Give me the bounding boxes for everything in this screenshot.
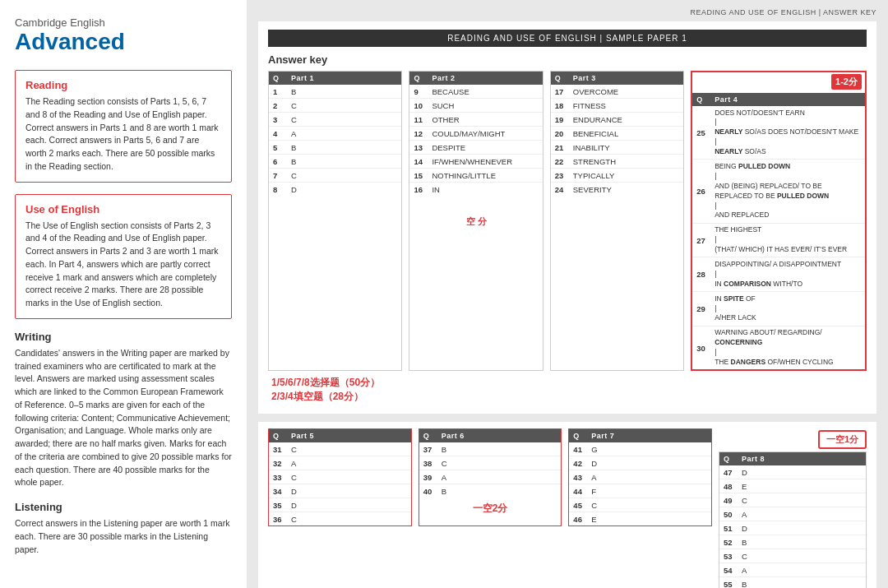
table-row: 27THE HIGHEST | (THAT/ WHICH) IT HAS EVE… bbox=[692, 223, 865, 257]
part1-table-wrap: Q Part 1 1B2C3C4A5B6B7C8D bbox=[268, 71, 402, 371]
reading-title: Reading bbox=[25, 79, 221, 91]
use-of-english-text: The Use of English section consists of P… bbox=[25, 220, 221, 310]
part2-q-header: Q bbox=[409, 72, 428, 85]
bottom-tables-row: Q Part 5 31C32A33C34D35D36C Q Part bbox=[268, 428, 867, 588]
part4-table-wrap: 1-2分 Q Part 4 25DOES NOT/DOESN'T EARN | … bbox=[691, 71, 867, 371]
table-row: 25DOES NOT/DOESN'T EARN | NEARLY SO/AS D… bbox=[692, 106, 865, 160]
table-row: 4A bbox=[269, 127, 401, 141]
part8-table-wrap: Q Part 8 47D48E49C50A51D52B53C54A55B56E bbox=[719, 451, 867, 588]
table-row: 19ENDURANCE bbox=[551, 113, 683, 127]
table-row: 36C bbox=[269, 512, 411, 526]
part4-badge: 1-2分 bbox=[831, 74, 862, 90]
part1-table: Q Part 1 1B2C3C4A5B6B7C8D bbox=[269, 72, 401, 196]
table-row: 26BEING PULLED DOWN | AND (BEING) REPLAC… bbox=[692, 160, 865, 223]
part2-header: Part 2 bbox=[428, 72, 542, 85]
part8-header: Part 8 bbox=[738, 452, 866, 465]
table-row: 31C bbox=[269, 442, 411, 456]
table-row: 44F bbox=[569, 484, 711, 498]
part7-q-header: Q bbox=[569, 429, 587, 442]
part4-header: Part 4 bbox=[710, 93, 865, 106]
answer-key-banner: READING AND USE OF ENGLISH | SAMPLE PAPE… bbox=[268, 30, 867, 47]
table-row: 47D bbox=[719, 465, 866, 479]
listening-title: Listening bbox=[15, 501, 232, 513]
table-row: 3C bbox=[269, 113, 401, 127]
listening-text: Correct answers in the Listening paper a… bbox=[15, 517, 232, 556]
reading-section: Reading The Reading section consists of … bbox=[15, 70, 232, 183]
top-tables-row: Q Part 1 1B2C3C4A5B6B7C8D Q Part 2 bbox=[268, 71, 867, 371]
table-row: 8D bbox=[269, 183, 401, 197]
part7-table-wrap: Q Part 7 41G42D43A44F45C46E bbox=[568, 428, 712, 526]
table-row: 12COULD/MAY/MIGHT bbox=[409, 127, 542, 141]
use-of-english-section: Use of English The Use of English sectio… bbox=[15, 194, 232, 319]
table-row: 42D bbox=[569, 456, 711, 470]
table-row: 40B bbox=[419, 484, 562, 498]
table-row: 50A bbox=[719, 507, 866, 521]
table-row: 39A bbox=[419, 470, 562, 484]
table-row: 18FITNESS bbox=[551, 99, 683, 113]
table-row: 2C bbox=[269, 99, 401, 113]
part5-q-header: Q bbox=[269, 429, 287, 442]
table-row: 21INABILITY bbox=[551, 141, 683, 155]
annot-line1: 1/5/6/7/8选择题（50分） bbox=[271, 376, 867, 390]
table-row: 13DESPITE bbox=[409, 141, 542, 155]
yikong2fen-label: 一空2分 bbox=[419, 502, 562, 516]
writing-title: Writing bbox=[15, 331, 232, 343]
main-area: READING AND USE OF ENGLISH | ANSWER KEY … bbox=[247, 0, 888, 588]
part6-table: Q Part 6 37B38C39A40B bbox=[419, 429, 562, 498]
part3-table-wrap: Q Part 3 17OVERCOME18FITNESS19ENDURANCE2… bbox=[550, 71, 684, 371]
brand-advanced: Advanced bbox=[15, 29, 232, 55]
part2-table: Q Part 2 9BECAUSE10SUCH11OTHER12COULD/MA… bbox=[409, 72, 542, 196]
table-row: 52B bbox=[719, 535, 866, 549]
table-row: 11OTHER bbox=[409, 113, 542, 127]
table-row: 29IN SPITE OF | A/HER LACK bbox=[692, 292, 865, 326]
table-row: 10SUCH bbox=[409, 99, 542, 113]
table-row: 46E bbox=[569, 512, 711, 526]
writing-text: Candidates' answers in the Writing paper… bbox=[15, 347, 232, 489]
part8-table-wrap-outer: 一空1分 Q Part 8 47D48E49C50A51D52B53C54A55… bbox=[719, 428, 867, 588]
table-row: 51D bbox=[719, 521, 866, 535]
table-row: 6B bbox=[269, 155, 401, 169]
table-row: 53C bbox=[719, 549, 866, 563]
part6-header: Part 6 bbox=[437, 429, 562, 442]
table-row: 24SEVERITY bbox=[551, 183, 683, 197]
kongfen-label: 空 分 bbox=[463, 214, 490, 228]
sidebar: Cambridge English Advanced Reading The R… bbox=[0, 0, 247, 588]
brand-cambridge: Cambridge English bbox=[15, 16, 232, 29]
table-row: 30WARNING ABOUT/ REGARDING/ CONCERNING |… bbox=[692, 326, 865, 369]
table-row: 5B bbox=[269, 141, 401, 155]
part5-table: Q Part 5 31C32A33C34D35D36C bbox=[269, 429, 411, 525]
listening-section: Listening Correct answers in the Listeni… bbox=[15, 501, 232, 556]
annot-line2: 2/3/4填空题（28分） bbox=[271, 390, 867, 404]
bottom-left-wrap: Q Part 5 31C32A33C34D35D36C Q Part bbox=[268, 428, 712, 526]
part3-table: Q Part 3 17OVERCOME18FITNESS19ENDURANCE2… bbox=[551, 72, 683, 196]
table-row: 49C bbox=[719, 493, 866, 507]
table-row: 9BECAUSE bbox=[409, 85, 542, 99]
table-row: 43A bbox=[569, 470, 711, 484]
part3-header: Part 3 bbox=[569, 72, 683, 85]
table-row: 54A bbox=[719, 563, 866, 577]
part6-table-wrap: Q Part 6 37B38C39A40B 一空2分 bbox=[419, 428, 562, 526]
annotation-area: 1/5/6/7/8选择题（50分） 2/3/4填空题（28分） bbox=[268, 376, 867, 404]
top-header: READING AND USE OF ENGLISH | ANSWER KEY bbox=[258, 8, 876, 16]
table-row: 17OVERCOME bbox=[551, 85, 683, 99]
table-row: 20BENEFICIAL bbox=[551, 127, 683, 141]
table-row: 35D bbox=[269, 498, 411, 512]
table-row: 1B bbox=[269, 85, 401, 99]
table-row: 32A bbox=[269, 456, 411, 470]
bottom-tables-container: Q Part 5 31C32A33C34D35D36C Q Part bbox=[258, 422, 876, 588]
table-row: 45C bbox=[569, 498, 711, 512]
part5-header: Part 5 bbox=[287, 429, 411, 442]
part4-table: Q Part 4 25DOES NOT/DOESN'T EARN | NEARL… bbox=[692, 93, 865, 369]
part1-q-header: Q bbox=[269, 72, 287, 85]
part6-q-header: Q bbox=[419, 429, 437, 442]
part1-header: Part 1 bbox=[287, 72, 401, 85]
table-row: 34D bbox=[269, 484, 411, 498]
part2-table-wrap: Q Part 2 9BECAUSE10SUCH11OTHER12COULD/MA… bbox=[409, 71, 543, 371]
reading-text: The Reading section consists of Parts 1,… bbox=[25, 95, 221, 174]
writing-section: Writing Candidates' answers in the Writi… bbox=[15, 331, 232, 489]
table-row: 7C bbox=[269, 169, 401, 183]
part8-q-header: Q bbox=[719, 452, 738, 465]
table-row: 38C bbox=[419, 456, 562, 470]
part5-table-wrap: Q Part 5 31C32A33C34D35D36C bbox=[268, 428, 412, 526]
table-row: 16IN bbox=[409, 183, 542, 197]
